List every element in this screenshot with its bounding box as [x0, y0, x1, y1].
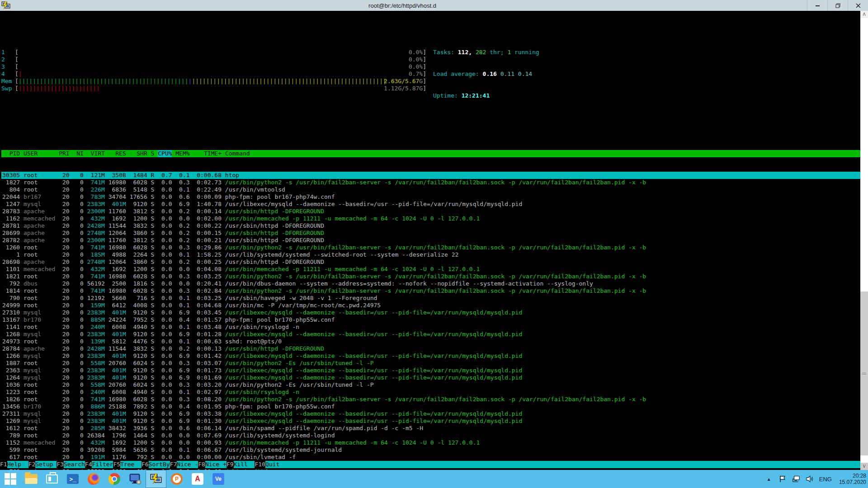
process-row[interactable]: 2363mysql2002383M401M9120S0.06.90:01.73/… [1, 367, 860, 374]
process-row[interactable]: 1612root200285M384323936S0.00.60:06.14/u… [1, 425, 860, 432]
tray-expand-icon[interactable]: ▲ [765, 475, 773, 483]
scrollbar-thumb[interactable] [860, 291, 868, 455]
column-header-mem[interactable]: MEM% [175, 150, 189, 157]
column-header-pri[interactable]: PRI [59, 150, 69, 157]
fkey-f7[interactable]: F7Nice - [170, 461, 198, 468]
process-row[interactable]: 1266mysql2002383M401M9120S0.06.90:01.42/… [1, 352, 860, 360]
process-row[interactable]: 1260root200741M169806028S0.00.30:29.86/u… [1, 244, 860, 251]
column-header-s[interactable]: S [151, 150, 155, 157]
taskbar-item-chrome[interactable] [104, 470, 125, 488]
process-row[interactable]: 1162memcached200432M16921200S0.00.00:02.… [1, 215, 860, 222]
process-row[interactable]: 1268mysql2002383M401M9120S0.06.90:01.28/… [1, 331, 860, 338]
col-cmd: /usr/libexec/mysqld --daemonize --basedi… [225, 418, 860, 425]
process-row[interactable]: 792dbus2005619225001816S0.00.00:20.41/us… [1, 280, 860, 287]
process-row[interactable]: 1269mysql2002383M401M9120S0.06.90:01.30/… [1, 418, 860, 425]
process-row[interactable]: 1264mysql2002383M401M9120S0.06.90:01.69/… [1, 374, 860, 381]
col-virt: 159M [87, 302, 105, 309]
process-row[interactable]: 24999root200159M64124008S0.00.10:04.68/u… [1, 302, 860, 309]
process-row[interactable]: 1141root200240M60084940S0.00.10:03.48/us… [1, 324, 860, 331]
network-icon[interactable] [792, 475, 800, 483]
fkey-f9[interactable]: F9Kill [226, 461, 255, 468]
process-row[interactable]: 1root200185M49882264S0.00.11:58.25/usr/l… [1, 251, 860, 258]
clock[interactable]: 20:28 15.07.2020 [839, 473, 866, 485]
taskbar-item-powershell[interactable]: >_ [62, 470, 83, 488]
action-center-flag-icon[interactable] [778, 475, 787, 483]
scroll-up-button[interactable]: ᐱ [860, 11, 868, 18]
process-row[interactable]: 13456br170200886M251887892S0.00.40:01.95… [1, 403, 860, 410]
fkey-f3[interactable]: F3Search [57, 461, 85, 468]
taskbar-item-pageant[interactable]: P [166, 470, 187, 488]
column-header-user[interactable]: USER [24, 150, 55, 157]
column-header-ni[interactable]: NI [73, 150, 83, 157]
column-header-res[interactable]: RES [108, 150, 126, 157]
col-user: root [24, 432, 55, 439]
process-row[interactable]: 789root2002638417961464S0.00.00:07.69/us… [1, 432, 860, 439]
taskbar-item-acrobat[interactable]: A [187, 470, 208, 488]
table-header[interactable]: PIDUSERPRINIVIRTRESSHRSCPU%MEM%TIME+Comm… [1, 150, 860, 157]
process-row[interactable]: 1247mysql2002383M401M9120S0.06.91:40.78/… [1, 201, 860, 208]
process-row[interactable]: 28783apache2002300M117603812S0.00.20:00.… [1, 208, 860, 215]
col-pri: 20 [59, 345, 69, 352]
process-row[interactable]: 1827root200741M169806028S0.00.30:02.73/u… [1, 179, 860, 186]
process-row[interactable]: 1814root200741M169806028S0.00.30:02.84/u… [1, 287, 860, 295]
process-row[interactable]: 24973root200139M58124476S0.00.10:00.63ss… [1, 338, 860, 345]
process-row[interactable]: 790root200121925660716S0.00.10:03.25/usr… [1, 295, 860, 302]
minimize-button[interactable] [807, 0, 827, 11]
col-s: S [151, 425, 155, 432]
col-pri: 20 [59, 193, 69, 201]
process-row[interactable]: 28781apache2002428M115443832S0.00.20:00.… [1, 222, 860, 230]
fkey-f5[interactable]: F5Tree [113, 461, 142, 468]
taskbar-item-firefox[interactable] [83, 470, 104, 488]
taskbar-item-file-explorer[interactable] [21, 470, 42, 488]
process-row[interactable]: 1152memcached200432M16921200S0.00.00:00.… [1, 439, 860, 446]
column-header-cpu[interactable]: CPU% [158, 150, 172, 157]
process-row[interactable]: 27310mysql2002383M401M9120S0.06.90:03.45… [1, 309, 860, 316]
process-row[interactable]: 804root200226M68365148S0.00.10:22.49/usr… [1, 186, 860, 193]
col-s: S [151, 208, 155, 215]
start-button[interactable] [0, 470, 21, 488]
fkey-f8[interactable]: F8Nice + [198, 461, 226, 468]
process-row[interactable]: 28782apache2002300M117603812S0.00.20:00.… [1, 237, 860, 244]
process-row[interactable]: 27311mysql2002383M401M9120S0.06.90:03.38… [1, 410, 860, 418]
process-row[interactable]: 30305root200121M35081484R0.70.10:00.68ht… [1, 172, 860, 179]
cpu-meter-4: 4[|0.7%] [1, 70, 426, 78]
process-row[interactable]: 1036root200558M207606024S0.00.30:03.20/u… [1, 381, 860, 389]
process-row[interactable]: 13167br170200885M242247952S0.00.40:01.57… [1, 316, 860, 324]
process-row[interactable]: 1223root200240M60084940S0.00.10:02.97/us… [1, 389, 860, 396]
fkey-f4[interactable]: F4Filter [85, 461, 113, 468]
taskbar-item-putty[interactable] [146, 470, 166, 488]
col-pri: 20 [59, 208, 69, 215]
col-virt: 432M [87, 215, 105, 222]
taskbar-item-vnc[interactable]: Ve [208, 470, 229, 488]
process-row[interactable]: 617root200191M1176792S0.00.00:00.00/usr/… [1, 454, 860, 461]
maximize-button[interactable] [827, 0, 848, 11]
process-row[interactable]: 28784apache2002428M115443832S0.00.20:00.… [1, 345, 860, 352]
taskbar-item-remote-desktop[interactable] [125, 470, 146, 488]
taskbar-item-server-manager[interactable] [42, 470, 62, 488]
column-header-time[interactable]: TIME+ [193, 150, 222, 157]
process-row[interactable]: 1887root200558M207606024S0.00.30:03.07/u… [1, 360, 860, 367]
column-header-command[interactable]: Command [225, 150, 860, 157]
process-row[interactable]: 599root2003920859845636S0.00.10:06.67/us… [1, 446, 860, 454]
scrollbar[interactable]: ᐱ ᐯ [860, 11, 868, 470]
column-header-virt[interactable]: VIRT [87, 150, 105, 157]
col-pri: 20 [59, 222, 69, 230]
fkey-f2[interactable]: F2Setup [28, 461, 57, 468]
column-header-pid[interactable]: PID [2, 150, 20, 157]
column-header-shr[interactable]: SHR [130, 150, 147, 157]
fkey-f1[interactable]: F1Help [0, 461, 28, 468]
process-row[interactable]: 22044br167200783M3470417656S0.00.60:00.0… [1, 193, 860, 201]
col-s: S [151, 280, 155, 287]
process-row[interactable]: 28699apache2002748M120643860S0.00.20:00.… [1, 230, 860, 237]
col-cpu: 0.0 [158, 381, 172, 389]
process-row[interactable]: 28698apache2002748M120643860S0.00.20:00.… [1, 258, 860, 266]
process-row[interactable]: 1826root200741M169806028S0.00.30:08.20/u… [1, 396, 860, 403]
close-button[interactable] [848, 0, 868, 11]
volume-icon[interactable] [806, 475, 814, 483]
language-indicator[interactable]: ENG [819, 476, 832, 483]
scroll-down-button[interactable]: ᐯ [860, 463, 868, 470]
fkey-f6[interactable]: F6SortBy [142, 461, 170, 468]
fkey-f10[interactable]: F10Quit [255, 461, 286, 468]
process-row[interactable]: 1821root200741M169806028S0.00.30:03.25/u… [1, 273, 860, 280]
process-row[interactable]: 1101memcached200432M16921200S0.00.00:04.… [1, 266, 860, 273]
